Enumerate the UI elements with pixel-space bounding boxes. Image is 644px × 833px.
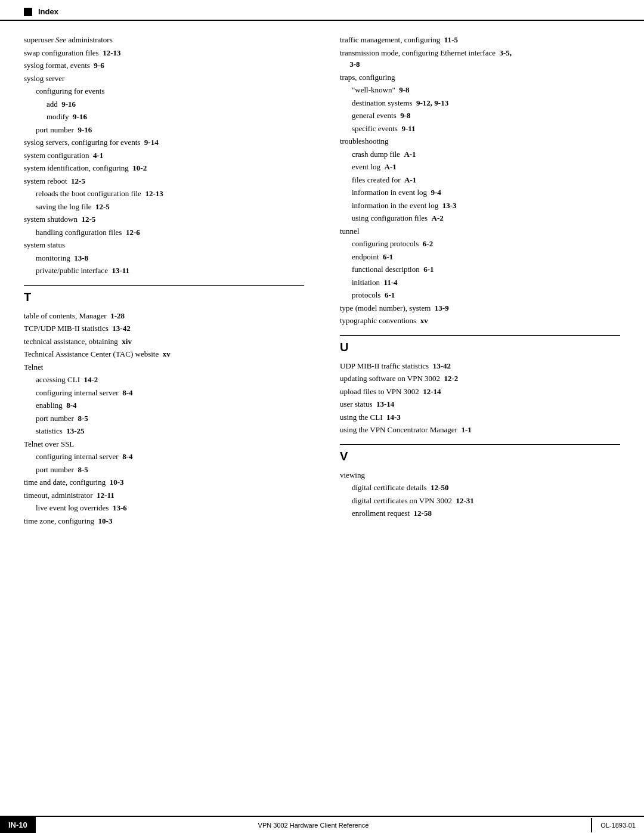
- s-entries: superuser See administrators swap config…: [24, 34, 304, 277]
- footer-page-label: IN-10: [0, 817, 36, 833]
- list-item: traps, configuring: [340, 72, 620, 83]
- list-item: endpoint 6-1: [340, 251, 620, 263]
- section-letter-u: U: [340, 340, 620, 354]
- list-item: statistics 13-25: [24, 425, 304, 437]
- list-item: monitoring 13-8: [24, 252, 304, 264]
- list-item: type (model number), system 13-9: [340, 302, 620, 314]
- t-entries-right: traffic management, configuring 11-5 tra…: [340, 34, 620, 327]
- footer-right-text: OL-1893-01: [591, 818, 644, 832]
- list-item: configuring for events: [24, 85, 304, 97]
- list-item: traffic management, configuring 11-5: [340, 34, 620, 46]
- list-item: using the VPN Concentrator Manager 1-1: [340, 424, 620, 436]
- list-item: table of contents, Manager 1-28: [24, 310, 304, 322]
- list-item: system identification, configuring 10-2: [24, 162, 304, 174]
- list-item: time zone, configuring 10-3: [24, 515, 304, 527]
- list-item: general events 9-8: [340, 110, 620, 122]
- list-item: private/public interface 13-11: [24, 265, 304, 277]
- index-icon: [24, 8, 32, 16]
- section-divider-u: [340, 335, 620, 336]
- list-item: Telnet: [24, 361, 304, 373]
- list-item: files created for A-1: [340, 174, 620, 186]
- list-item: upload files to VPN 3002 12-14: [340, 386, 620, 398]
- page-container: Index superuser See administrators swap …: [0, 0, 644, 833]
- list-item: system shutdown 12-5: [24, 213, 304, 225]
- t-entries-left: table of contents, Manager 1-28 TCP/UDP …: [24, 310, 304, 527]
- main-content: superuser See administrators swap config…: [0, 21, 644, 563]
- page-header: Index: [0, 0, 644, 21]
- list-item: configuring internal server 8-4: [24, 387, 304, 399]
- list-item: modify 9-16: [24, 111, 304, 123]
- right-column: traffic management, configuring 11-5 tra…: [328, 33, 620, 528]
- list-item: timeout, administrator 12-11: [24, 490, 304, 501]
- list-item: system status: [24, 239, 304, 251]
- list-item: typographic conventions xv: [340, 315, 620, 327]
- u-entries: UDP MIB-II traffic statistics 13-42 upda…: [340, 360, 620, 436]
- list-item: reloads the boot configuration file 12-1…: [24, 188, 304, 200]
- list-item: user status 13-14: [340, 398, 620, 410]
- list-item: event log A-1: [340, 161, 620, 173]
- list-item: digital certificates on VPN 3002 12-31: [340, 495, 620, 507]
- header-title: Index: [38, 7, 58, 16]
- section-letter-t: T: [24, 290, 304, 304]
- list-item: live event log overrides 13-6: [24, 502, 304, 514]
- list-item: troubleshooting: [340, 135, 620, 147]
- list-item: add 9-16: [24, 98, 304, 110]
- list-item: using configuration files A-2: [340, 212, 620, 224]
- list-item: accessing CLI 14-2: [24, 374, 304, 386]
- section-divider-t: [24, 285, 304, 286]
- page-footer: IN-10 VPN 3002 Hardware Client Reference…: [0, 816, 644, 833]
- list-item: saving the log file 12-5: [24, 201, 304, 213]
- list-item: information in event log 9-4: [340, 187, 620, 199]
- list-item: "well-known" 9-8: [340, 84, 620, 96]
- list-item: Technical Assistance Center (TAC) websit…: [24, 348, 304, 360]
- list-item: port number 9-16: [24, 124, 304, 136]
- list-item: syslog servers, configuring for events 9…: [24, 137, 304, 148]
- list-item: syslog server: [24, 73, 304, 85]
- list-item: time and date, configuring 10-3: [24, 476, 304, 488]
- list-item: syslog format, events 9-6: [24, 60, 304, 72]
- list-item: destination systems 9-12, 9-13: [340, 97, 620, 109]
- footer-center-text: VPN 3002 Hardware Client Reference: [36, 818, 591, 832]
- list-item: information in the event log 13-3: [340, 200, 620, 212]
- list-item: transmission mode, configuring Ethernet …: [340, 47, 620, 70]
- list-item: enrollment request 12-58: [340, 507, 620, 519]
- list-item: TCP/UDP MIB-II statistics 13-42: [24, 323, 304, 335]
- v-entries: viewing digital certificate details 12-5…: [340, 469, 620, 519]
- list-item: crash dump file A-1: [340, 148, 620, 160]
- list-item: functional description 6-1: [340, 264, 620, 275]
- list-item: protocols 6-1: [340, 289, 620, 301]
- list-item: digital certificate details 12-50: [340, 482, 620, 494]
- list-item: initiation 11-4: [340, 277, 620, 289]
- list-item: updating software on VPN 3002 12-2: [340, 373, 620, 385]
- list-item: port number 8-5: [24, 413, 304, 425]
- section-letter-v: V: [340, 450, 620, 463]
- list-item: swap configuration files 12-13: [24, 47, 304, 59]
- list-item: viewing: [340, 469, 620, 481]
- list-item: technical assistance, obtaining xiv: [24, 336, 304, 348]
- list-item: system configuration 4-1: [24, 150, 304, 162]
- section-divider-v: [340, 444, 620, 445]
- list-item: using the CLI 14-3: [340, 411, 620, 423]
- list-item: port number 8-5: [24, 464, 304, 476]
- list-item: enabling 8-4: [24, 400, 304, 411]
- list-item: system reboot 12-5: [24, 175, 304, 187]
- list-item: configuring protocols 6-2: [340, 238, 620, 250]
- list-item: configuring internal server 8-4: [24, 451, 304, 463]
- list-item: UDP MIB-II traffic statistics 13-42: [340, 360, 620, 372]
- list-item: handling configuration files 12-6: [24, 227, 304, 239]
- list-item: specific events 9-11: [340, 123, 620, 135]
- list-item: tunnel: [340, 225, 620, 237]
- list-item: Telnet over SSL: [24, 438, 304, 450]
- left-column: superuser See administrators swap config…: [24, 33, 316, 528]
- list-item: superuser See administrators: [24, 34, 304, 46]
